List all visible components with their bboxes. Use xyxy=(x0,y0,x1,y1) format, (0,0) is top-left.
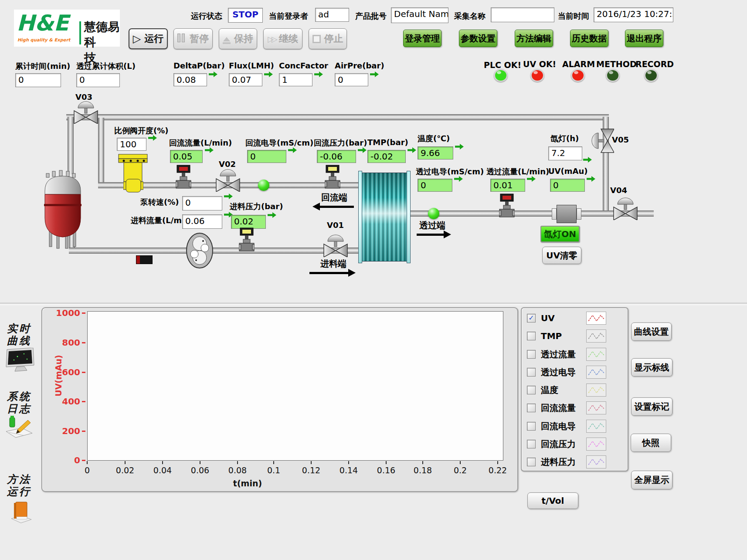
plot-area[interactable] xyxy=(87,311,503,461)
run-state-label: 运行状态 xyxy=(191,11,222,21)
valve-v02-icon xyxy=(215,168,241,192)
legend-checkbox[interactable] xyxy=(527,404,536,412)
y-tick-label: 200 xyxy=(56,426,80,436)
batch-input[interactable]: Default Name xyxy=(391,7,448,23)
airpre-field[interactable]: 0 xyxy=(335,73,368,86)
flag-icon xyxy=(314,71,323,77)
legend-checkbox[interactable]: ✓ xyxy=(527,314,536,322)
x-tick-label: 0.22 xyxy=(484,465,512,475)
fullscreen-button[interactable]: 全屏显示 xyxy=(631,471,672,489)
sidebar-realtime-curve[interactable]: 实时曲线 xyxy=(7,322,37,346)
valve-v04-icon xyxy=(612,197,638,220)
valve-v05-label: V05 xyxy=(612,135,629,144)
uv-zero-button[interactable]: UV清零 xyxy=(542,247,581,264)
legend-line-sample[interactable] xyxy=(586,420,606,433)
legend-checkbox[interactable] xyxy=(527,458,536,466)
history-data-button[interactable]: 历史数据 xyxy=(570,30,608,47)
legend-checkbox[interactable] xyxy=(527,386,536,394)
run-state-value: STOP xyxy=(228,8,263,23)
prop-valve-input[interactable]: 100 xyxy=(117,138,146,151)
x-tick-mark xyxy=(200,461,200,464)
y-tick-mark xyxy=(82,342,85,343)
pause-button[interactable]: 暂停 xyxy=(173,28,213,49)
method-edit-button[interactable]: 方法编辑 xyxy=(515,30,553,47)
valve-v05-icon xyxy=(591,128,614,154)
concfactor-field[interactable]: 1 xyxy=(279,73,312,86)
x-tick-mark xyxy=(497,461,498,464)
chart-legend: ✓ UV TMP 透过流量 透过电导 温度 回流流量 xyxy=(521,307,628,472)
x-tick-label: 0.1 xyxy=(260,465,288,475)
legend-line-sample[interactable] xyxy=(586,366,606,379)
login-mgmt-button[interactable]: 登录管理 xyxy=(403,30,441,47)
flag-icon xyxy=(370,71,379,77)
acq-label: 采集名称 xyxy=(454,11,486,21)
deltap-field[interactable]: 0.08 xyxy=(173,73,207,86)
record-led-label: RECORD xyxy=(635,59,674,69)
flux-label: Flux(LMH) xyxy=(229,61,274,70)
param-settings-button[interactable]: 参数设置 xyxy=(459,30,497,47)
legend-line-sample[interactable] xyxy=(586,401,606,414)
legend-checkbox[interactable] xyxy=(527,440,536,448)
show-cursor-button[interactable]: 显示标线 xyxy=(631,358,672,377)
legend-item-reflux-flow: 回流流量 xyxy=(527,401,606,414)
legend-line-sample[interactable] xyxy=(586,455,606,468)
legend-item-reflux-pressure: 回流压力 xyxy=(527,438,606,451)
pause-icon xyxy=(177,34,186,44)
legend-checkbox[interactable] xyxy=(527,422,536,431)
x-tick-label: 0 xyxy=(73,465,101,475)
tvol-button[interactable]: t/Vol xyxy=(527,492,578,509)
log-icon[interactable] xyxy=(4,414,34,440)
valve-v01-label: V01 xyxy=(327,221,344,230)
stop-button[interactable]: 停止 xyxy=(309,28,347,49)
x-tick-label: 0.12 xyxy=(297,465,325,475)
x-tick-mark xyxy=(125,461,126,464)
plc-led-label: PLC OK! xyxy=(484,60,521,70)
exit-button[interactable]: 退出程序 xyxy=(625,30,663,47)
snapshot-button[interactable]: 快照 xyxy=(631,434,671,452)
valve-v02-label: V02 xyxy=(219,160,236,169)
legend-checkbox[interactable] xyxy=(527,350,536,359)
sidebar-method-run[interactable]: 方法运行 xyxy=(7,473,37,497)
y-tick-mark xyxy=(82,312,85,314)
set-marker-button[interactable]: 设置标记 xyxy=(631,397,672,416)
continue-button[interactable]: ▷▷ 继续 xyxy=(263,28,302,49)
flux-field[interactable]: 0.07 xyxy=(229,73,262,86)
reflux-flow-label: 回流流量(L/min) xyxy=(169,138,232,148)
flag-icon xyxy=(407,147,416,153)
legend-item-tmp: TMP xyxy=(527,329,606,343)
legend-line-sample[interactable] xyxy=(586,438,606,451)
legend-line-sample[interactable] xyxy=(586,312,606,325)
legend-line-sample[interactable] xyxy=(586,384,606,397)
monitor-icon[interactable] xyxy=(4,348,36,373)
book-icon[interactable] xyxy=(9,499,34,526)
legend-checkbox[interactable] xyxy=(527,368,536,377)
sidebar-system-log[interactable]: 系统日志 xyxy=(7,390,37,414)
x-tick-label: 0.2 xyxy=(446,465,474,475)
legend-item-perm-flow: 透过流量 xyxy=(527,348,606,361)
x-tick-mark xyxy=(311,461,312,464)
perm-cond-display: 0 xyxy=(418,179,452,192)
hold-button[interactable]: 保持 xyxy=(219,28,257,49)
x-tick-label: 0.08 xyxy=(224,465,251,475)
xenon-hours-field: 7.2 xyxy=(548,146,582,160)
run-button[interactable]: ▷ 运行 xyxy=(129,28,168,49)
x-tick-mark xyxy=(348,461,349,464)
total-time-label: 累计时间(min) xyxy=(15,61,70,71)
curve-settings-button[interactable]: 曲线设置 xyxy=(631,322,672,341)
acq-input[interactable] xyxy=(491,7,554,22)
legend-checkbox[interactable] xyxy=(527,332,536,340)
feed-flow-input[interactable]: 0.06 xyxy=(182,214,222,229)
x-tick-mark xyxy=(460,461,461,464)
login-user-input[interactable]: ad xyxy=(315,8,349,22)
reflux-flow-display: 0.05 xyxy=(170,150,203,163)
flag-icon xyxy=(583,157,592,163)
pump-speed-input[interactable]: 0 xyxy=(182,196,222,210)
legend-line-sample[interactable] xyxy=(586,329,606,343)
x-tick-mark xyxy=(162,461,163,464)
flag-icon xyxy=(268,212,276,218)
hmi-root: H&E High quality & Expert 慧德易 科 技 运行状态 S… xyxy=(0,0,747,560)
flag-icon xyxy=(587,176,595,182)
xenon-on-button[interactable]: 氙灯ON xyxy=(540,226,580,242)
logo-divider xyxy=(79,21,81,44)
legend-line-sample[interactable] xyxy=(586,348,606,361)
